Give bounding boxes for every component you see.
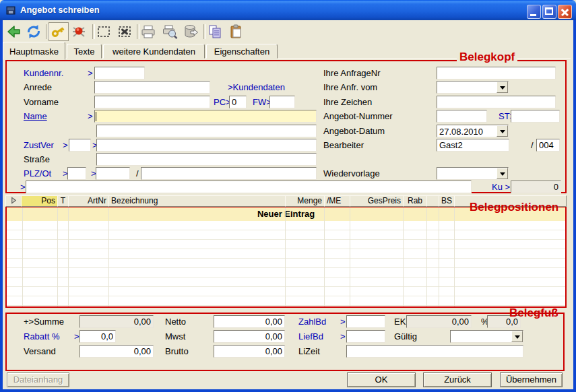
pc-label[interactable]: PC> — [214, 97, 231, 107]
ihre-anfragenr-input[interactable] — [437, 67, 556, 79]
tab-eigenschaften[interactable]: Eigenschaften — [206, 44, 278, 59]
spider-button[interactable] — [70, 23, 88, 40]
zustver-arrow[interactable]: > — [63, 140, 68, 150]
pc-input[interactable] — [229, 96, 247, 108]
rabatt-arrow[interactable]: > — [74, 331, 79, 341]
gueltig-select[interactable] — [450, 330, 523, 343]
zusatz-input[interactable] — [26, 181, 472, 193]
liefbd-arrow[interactable]: > — [340, 331, 346, 341]
zahlbd-input[interactable] — [346, 315, 385, 328]
copy-button[interactable] — [206, 23, 224, 40]
uebernehmen-button[interactable]: Übernehmen — [500, 372, 563, 387]
plz-code-input[interactable] — [67, 167, 86, 180]
positions-grid[interactable] — [7, 221, 565, 306]
bearbeiter-nr-input[interactable] — [536, 139, 560, 152]
vorname-input[interactable] — [94, 96, 210, 108]
zustver-label[interactable]: ZustVer — [24, 140, 54, 150]
zahlbd-arrow[interactable]: > — [340, 317, 346, 327]
ku-input[interactable] — [511, 181, 561, 193]
print-button[interactable] — [139, 23, 157, 40]
anrede-label: Anrede — [24, 82, 52, 92]
col-header-gespreis[interactable]: GesPreis — [350, 195, 404, 207]
maximize-button[interactable] — [542, 5, 556, 19]
back-button[interactable] — [5, 23, 22, 40]
name-link[interactable]: Name — [24, 111, 47, 121]
liefbd-label[interactable]: LiefBd — [298, 331, 323, 341]
st-input[interactable] — [511, 110, 560, 123]
col-header-menge[interactable]: Menge — [285, 195, 325, 207]
ihre-zeichen-label: Ihre Zeichen — [323, 97, 372, 107]
copy-icon — [207, 24, 223, 40]
chevron-down-icon[interactable] — [497, 168, 508, 179]
strasse-input[interactable] — [96, 153, 317, 166]
col-header-empty[interactable] — [426, 195, 439, 207]
tab-hauptmaske[interactable]: Hauptmaske — [3, 42, 65, 60]
tab-texte[interactable]: Texte — [67, 44, 102, 59]
ihre-zeichen-input[interactable] — [437, 96, 556, 108]
title-bar[interactable]: Angebot schreiben — [0, 0, 576, 20]
belegpositionen-annotation-label: Belegpositionen — [470, 201, 558, 213]
print-preview-button[interactable] — [161, 23, 179, 40]
ihre-anfr-vom-select[interactable] — [437, 81, 509, 94]
wiedervorlage-select[interactable] — [437, 167, 509, 180]
kundennr-input[interactable] — [94, 67, 145, 79]
liefbd-input[interactable] — [346, 330, 385, 343]
zahlbd-label[interactable]: ZahlBd — [298, 317, 326, 327]
kundendaten-link[interactable]: >Kundendaten — [228, 82, 285, 92]
plzot-label[interactable]: PLZ/Ot — [24, 168, 51, 178]
back-icon — [5, 24, 22, 40]
summe-input[interactable] — [79, 315, 154, 328]
name-arrow[interactable]: > — [88, 111, 93, 121]
deselect-button[interactable] — [116, 23, 133, 40]
col-header-bs[interactable]: BS — [439, 195, 455, 207]
rabatt-input[interactable] — [79, 330, 116, 343]
mwst-input[interactable] — [214, 330, 285, 343]
zustver-input[interactable] — [96, 139, 317, 152]
tab-weitere-kundendaten[interactable]: weitere Kundendaten — [103, 44, 205, 59]
col-header-bezeichnung[interactable]: Bezeichnung — [108, 195, 286, 207]
minimize-button[interactable] — [527, 5, 541, 19]
versand-input[interactable] — [79, 345, 154, 358]
zusatz-arrow[interactable]: > — [20, 182, 26, 192]
fw-input[interactable] — [269, 96, 295, 108]
anrede-input[interactable] — [94, 81, 210, 94]
kundennr-label[interactable]: Kundennr. — [24, 68, 63, 78]
chevron-down-icon[interactable] — [497, 125, 508, 137]
angebot-nummer-input[interactable] — [437, 110, 487, 123]
select-button[interactable] — [95, 23, 113, 40]
col-header-rab[interactable]: Rab — [403, 195, 427, 207]
refresh-button[interactable] — [25, 23, 42, 40]
chevron-down-icon[interactable] — [497, 81, 508, 93]
brutto-input[interactable] — [214, 345, 285, 358]
lizeit-input[interactable] — [346, 345, 523, 358]
angebot-datum-select[interactable]: 27.08.2010 — [437, 125, 509, 137]
rabatt-label[interactable]: Rabatt % — [24, 331, 59, 341]
window-border-right — [573, 20, 576, 389]
kundennr-arrow[interactable]: > — [88, 68, 93, 78]
ek-input[interactable] — [406, 315, 472, 328]
name-input[interactable] — [94, 110, 317, 123]
col-header-artnr[interactable]: ArtNr — [68, 195, 109, 207]
ort-input[interactable] — [141, 167, 317, 180]
fw-label[interactable]: FW> — [253, 97, 271, 107]
col-header-me[interactable]: /ME — [324, 195, 350, 207]
netto-input[interactable] — [214, 315, 285, 328]
close-button[interactable] — [558, 5, 572, 19]
chevron-down-icon[interactable] — [511, 331, 523, 342]
ku-label[interactable]: Ku > — [492, 182, 510, 192]
grid-line — [454, 207, 455, 306]
ok-button[interactable]: OK — [347, 372, 416, 387]
zurueck-button[interactable]: Zurück — [423, 372, 492, 387]
row-selector-header[interactable] — [5, 195, 22, 207]
export-button[interactable] — [182, 23, 199, 40]
col-header-t[interactable]: T — [57, 195, 69, 207]
mwst-label: Mwst — [165, 331, 185, 341]
bearbeiter-slash: / — [531, 140, 534, 150]
key-button[interactable] — [49, 22, 69, 41]
paste-button[interactable] — [228, 23, 245, 40]
zustver-code-input[interactable] — [69, 139, 91, 152]
bearbeiter-input[interactable] — [437, 139, 509, 152]
name2-input[interactable] — [96, 125, 317, 137]
plz-input[interactable] — [96, 167, 130, 180]
col-header-pos[interactable]: Pos — [21, 195, 58, 207]
